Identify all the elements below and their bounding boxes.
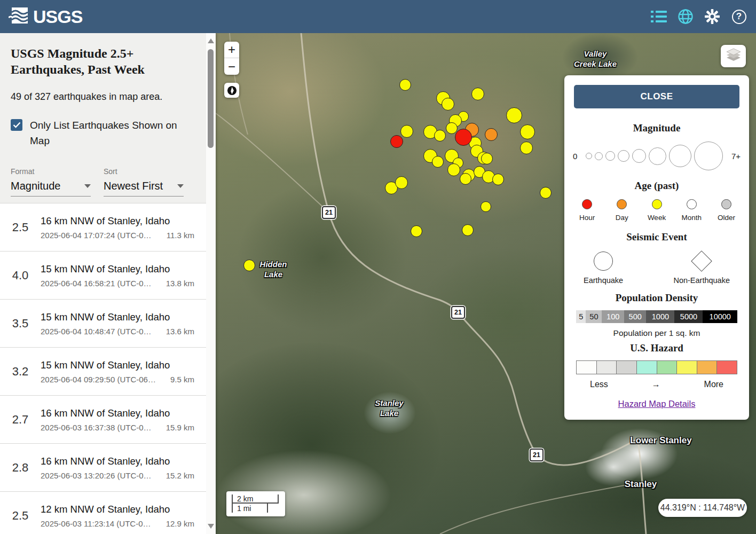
earthquake-depth: 13.8 km (166, 279, 194, 288)
only-list-shown-checkbox[interactable] (11, 119, 22, 131)
close-legend-button[interactable]: CLOSE (574, 85, 739, 108)
age-label: Older (718, 214, 735, 222)
hazard-segment (617, 361, 637, 374)
earthquake-marker-week[interactable] (411, 225, 422, 237)
earthquake-list-item[interactable]: 2.512 km NNW of Stanley, Idaho2025-06-03… (0, 491, 206, 534)
hazard-scale-labels: Less → More (590, 380, 723, 389)
earthquake-magnitude: 2.5 (0, 509, 41, 523)
earthquake-marker-week[interactable] (506, 107, 522, 123)
earthquake-list-item[interactable]: 3.515 km NNW of Stanley, Idaho2025-06-04… (0, 299, 206, 347)
list-icon[interactable] (650, 8, 667, 25)
magnitude-scale-circle (586, 153, 592, 159)
non-earthquake-symbol-label: Non-Earthquake (673, 276, 730, 285)
map-canvas[interactable]: Valley Creek LakeHidden LakeStanley Lake… (216, 33, 756, 534)
format-value: Magnitude (11, 180, 60, 192)
age-legend: HourDayWeekMonthOlder (570, 199, 744, 222)
earthquake-list-item[interactable]: 2.816 km NNW of Stanley, Idaho2025-06-03… (0, 443, 206, 491)
earthquake-marker-week[interactable] (471, 88, 484, 100)
usgs-logo[interactable]: USGS (9, 5, 82, 28)
magnitude-scale-circle (694, 142, 723, 170)
age-category-week: Week (639, 199, 674, 222)
earthquake-meta: 2025-06-03 16:37:38 (UTC-0…15.9 km (41, 423, 194, 432)
only-list-shown-checkbox-row[interactable]: Only List Earthquakes Shown on Map (11, 117, 196, 149)
earthquake-marker-week[interactable] (481, 153, 493, 164)
format-select-group: Format Magnitude (11, 167, 91, 197)
earthquake-list-item[interactable]: 2.716 km NNW of Stanley, Idaho2025-06-03… (0, 395, 206, 443)
layers-button[interactable] (721, 45, 746, 67)
age-dot-hour (582, 199, 592, 209)
earthquake-marker-week[interactable] (442, 98, 454, 111)
earthquake-marker-week[interactable] (447, 163, 460, 176)
age-label: Month (681, 214, 702, 222)
earthquake-marker-hour[interactable] (390, 135, 403, 148)
earthquake-marker-week[interactable] (481, 201, 491, 212)
scrollbar-thumb[interactable] (208, 49, 214, 148)
globe-reset-icon (227, 85, 237, 96)
age-dot-day (617, 199, 627, 209)
earthquake-place: 15 km NNW of Stanley, Idaho (41, 359, 194, 371)
earthquake-marker-day[interactable] (485, 128, 498, 141)
settings-icon[interactable] (704, 8, 721, 25)
earthquake-time: 2025-06-04 10:48:47 (UTC-0… (41, 327, 152, 336)
help-icon[interactable]: ? (730, 8, 747, 25)
seismic-event-legend: Earthquake Non-Earthquake (584, 252, 730, 285)
earthquake-magnitude: 4.0 (0, 269, 41, 282)
earthquake-time: 2025-06-04 09:29:50 (UTC-06… (41, 375, 156, 384)
earthquake-marker-week[interactable] (399, 79, 411, 91)
age-category-older: Older (709, 199, 744, 222)
format-label: Format (11, 167, 91, 176)
population-segment: 100 (602, 310, 624, 323)
reset-view-button[interactable] (224, 83, 239, 98)
earthquake-marker-week[interactable] (460, 173, 471, 185)
usgs-wave-icon (9, 5, 30, 28)
seismic-event-title: Seismic Event (564, 231, 749, 243)
earthquake-meta: 2025-06-04 10:48:47 (UTC-0…13.6 km (41, 327, 194, 336)
hazard-segment (657, 361, 678, 374)
scroll-up-arrow[interactable] (208, 38, 214, 43)
earthquake-marker-week[interactable] (432, 156, 444, 168)
earthquake-item-body: 16 km NNW of Stanley, Idaho2025-06-04 17… (41, 215, 206, 240)
scale-bar: 2 km 1 mi (226, 491, 285, 516)
water-label: Valley Creek Lake (574, 49, 617, 69)
earthquake-marker-week[interactable] (492, 174, 504, 185)
earthquake-list: 2.516 km NNW of Stanley, Idaho2025-06-04… (0, 203, 206, 534)
sort-select[interactable]: Newest First (104, 180, 184, 197)
scale-mi: 1 mi (232, 504, 268, 513)
route-21-shield: 21 (322, 206, 336, 219)
list-scrollbar[interactable] (206, 33, 216, 534)
magnitude-scale-circle (669, 145, 691, 167)
water-label: Stanley Lake (375, 398, 403, 419)
earthquake-marker-week[interactable] (540, 187, 552, 199)
earthquake-marker-week[interactable] (462, 224, 474, 236)
globe-icon[interactable] (677, 8, 694, 25)
earthquake-marker-week[interactable] (520, 124, 535, 139)
earthquake-meta: 2025-06-03 11:23:14 (UTC-0…12.9 km (41, 519, 194, 528)
earthquake-marker-week[interactable] (400, 125, 413, 138)
magnitude-scale-circle (605, 151, 615, 161)
earthquake-marker-week[interactable] (395, 176, 408, 189)
earthquake-list-item[interactable]: 3.215 km NNW of Stanley, Idaho2025-06-04… (0, 347, 206, 395)
earthquake-marker-week[interactable] (520, 142, 533, 154)
zoom-out-button[interactable]: − (224, 58, 239, 75)
earthquake-magnitude: 2.7 (0, 413, 41, 427)
chevron-down-icon (84, 184, 91, 188)
earthquake-item-body: 15 km NNW of Stanley, Idaho2025-06-04 10… (41, 311, 206, 336)
earthquake-marker-week[interactable] (243, 260, 255, 271)
hazard-segment (597, 361, 617, 374)
hazard-segment (697, 361, 718, 374)
earthquake-list-item[interactable]: 4.015 km NNW of Stanley, Idaho2025-06-04… (0, 251, 206, 299)
population-density-title: Population Density (564, 292, 749, 304)
water-label: Hidden Lake (260, 260, 287, 280)
non-earthquake-symbol (691, 250, 712, 272)
earthquake-marker-hour[interactable] (455, 129, 472, 146)
earthquake-place: 16 km NNW of Stanley, Idaho (41, 215, 194, 227)
age-label: Day (616, 214, 628, 222)
scroll-down-arrow[interactable] (208, 524, 214, 529)
earthquake-list-item[interactable]: 2.516 km NNW of Stanley, Idaho2025-06-04… (0, 203, 206, 251)
earthquake-marker-week[interactable] (434, 130, 446, 142)
format-select[interactable]: Magnitude (11, 180, 91, 197)
hazard-map-details-link[interactable]: Hazard Map Details (564, 399, 749, 409)
age-label: Week (648, 214, 666, 222)
earthquake-magnitude: 3.5 (0, 317, 41, 331)
zoom-in-button[interactable]: + (224, 42, 239, 58)
